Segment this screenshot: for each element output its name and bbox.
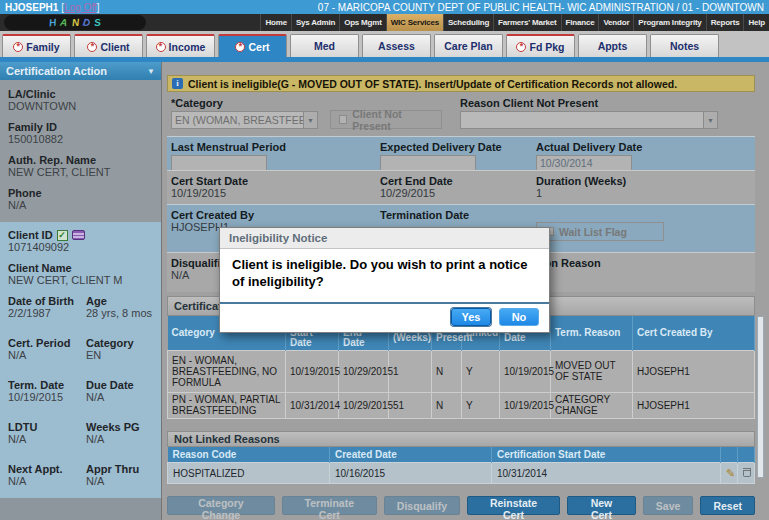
- required-flag-icon: *: [516, 42, 526, 52]
- menu-help[interactable]: Help: [743, 14, 769, 31]
- tab-client[interactable]: *Client: [74, 34, 143, 57]
- verified-check-icon: ✓: [57, 230, 68, 241]
- tab-bar: *Family *Client *Income *Cert Med Assess…: [0, 31, 769, 57]
- ebt-card-icon: [72, 230, 85, 240]
- menu-farmers-market[interactable]: Farmers' Market: [493, 14, 561, 31]
- window-title: 07 - MARICOPA COUNTY DEPT OF PUBLIC HEAL…: [318, 2, 764, 13]
- tab-assess[interactable]: Assess: [362, 34, 431, 57]
- table-scrollbar[interactable]: [757, 316, 764, 478]
- field-label: Client Name: [8, 262, 153, 274]
- tab-care-plan[interactable]: Care Plan: [434, 34, 503, 57]
- category-label: *Category: [171, 97, 321, 109]
- category-row: *Category EN (WOMAN, BREASTFEEDI ▼ Clien…: [167, 92, 755, 136]
- required-flag-icon: *: [156, 42, 166, 52]
- required-flag-icon: *: [235, 42, 245, 52]
- tab-fd-pkg[interactable]: *Fd Pkg: [506, 34, 575, 57]
- menu-program-integrity[interactable]: Program Integrity: [633, 14, 705, 31]
- table-header-row: Reason Code Created Date Certification S…: [168, 447, 755, 463]
- client-not-present-checkbox[interactable]: Client Not Present: [330, 110, 442, 129]
- field-value: DOWNTOWN: [8, 100, 153, 112]
- chevron-down-icon: ▼: [303, 111, 318, 129]
- required-flag-icon: *: [13, 42, 23, 52]
- reset-button[interactable]: Reset: [700, 496, 755, 515]
- menu-finance[interactable]: Finance: [561, 14, 599, 31]
- hands-logo: H A N D S: [4, 15, 146, 30]
- category-select[interactable]: EN (WOMAN, BREASTFEEDI ▼: [171, 111, 318, 129]
- edd-input[interactable]: [380, 155, 476, 171]
- family-info-section: LA/ClinicDOWNTOWN Family ID150010882 Aut…: [0, 80, 161, 222]
- menu-reports[interactable]: Reports: [706, 14, 744, 31]
- field-value: N/A: [8, 199, 153, 211]
- client-summary-sidebar: Certification Action ▼ LA/ClinicDOWNTOWN…: [0, 62, 162, 520]
- actual-delivery-date-input[interactable]: 10/30/2014: [536, 155, 632, 171]
- tab-family[interactable]: *Family: [2, 34, 71, 57]
- duration-value: 1: [536, 187, 755, 199]
- terminate-cert-button[interactable]: Terminate Cert: [282, 496, 377, 515]
- tab-notes[interactable]: Notes: [650, 34, 719, 57]
- dialog-button-bar: Yes No: [220, 302, 549, 332]
- cert-dates-row: Cert Start Date 10/19/2015 Cert End Date…: [167, 170, 755, 204]
- tab-income[interactable]: *Income: [146, 34, 215, 57]
- no-button[interactable]: No: [499, 308, 539, 326]
- ineligible-alert-banner: i Client is ineligible(G - MOVED OUT OF …: [167, 75, 755, 92]
- client-detail-grid: Date of Birth2/2/1987 Age28 yrs, 8 mos C…: [8, 295, 153, 496]
- menu-sys-admin[interactable]: Sys Admin: [291, 14, 339, 31]
- field-value: NEW CERT, CLIENT: [8, 166, 153, 178]
- client-info-section: Client ID ✓ 1071409092 Client NameNEW CE…: [0, 222, 161, 498]
- edit-pencil-icon[interactable]: ✎: [726, 467, 735, 479]
- field-label: Auth. Rep. Name: [8, 154, 153, 166]
- table-row: EN - WOMAN, BREASTFEEDING, NO FORMULA 10…: [168, 350, 755, 392]
- cert-end-value: 10/29/2015: [380, 187, 536, 199]
- main-menu: Home Sys Admin Ops Mgmt WIC Services Sch…: [260, 14, 769, 31]
- field-value: 150010882: [8, 133, 153, 145]
- info-icon: i: [172, 78, 183, 89]
- field-label: Client ID: [8, 229, 53, 241]
- delivery-dates-row: Last Menstrual Period Expected Delivery …: [167, 136, 755, 170]
- not-linked-reasons-header: Not Linked Reasons: [167, 431, 755, 447]
- field-value: NEW CERT, CLIENT M: [8, 274, 153, 286]
- dialog-message: Client is ineligible. Do you wish to pri…: [220, 249, 549, 291]
- ineligibility-notice-dialog: Ineligibility Notice Client is ineligibl…: [219, 227, 550, 333]
- tab-cert[interactable]: *Cert: [218, 34, 287, 57]
- reason-not-present-label: Reason Client Not Present: [460, 97, 718, 109]
- reinstate-cert-button[interactable]: Reinstate Cert: [467, 496, 560, 515]
- log-off-link[interactable]: [Log Off]: [61, 2, 99, 13]
- yes-button[interactable]: Yes: [451, 308, 491, 326]
- table-row: HOSPITALIZED 10/16/2015 10/31/2014 ✎: [168, 463, 755, 484]
- action-button-bar: Category Change Terminate Cert Disqualif…: [167, 496, 755, 520]
- chevron-down-icon: ▼: [703, 111, 718, 129]
- menu-wic-services[interactable]: WIC Services: [386, 14, 443, 31]
- category-change-button[interactable]: Category Change: [167, 496, 275, 515]
- menu-scheduling[interactable]: Scheduling: [443, 14, 493, 31]
- menu-ops-mgmt[interactable]: Ops Mgmt: [339, 14, 386, 31]
- title-bar: HJOSEPH1 [Log Off] 07 - MARICOPA COUNTY …: [0, 0, 769, 14]
- new-cert-button[interactable]: New Cert: [567, 496, 636, 515]
- lmp-input[interactable]: [171, 155, 267, 171]
- field-label: Phone: [8, 187, 153, 199]
- reason-not-present-select[interactable]: ▼: [460, 111, 718, 129]
- tab-appts[interactable]: Appts: [578, 34, 647, 57]
- menu-home[interactable]: Home: [260, 14, 290, 31]
- wait-list-flag-checkbox[interactable]: Wait List Flag: [536, 222, 664, 241]
- not-linked-reasons-table: Reason Code Created Date Certification S…: [167, 447, 755, 485]
- certification-action-dropdown[interactable]: Certification Action ▼: [0, 62, 161, 80]
- tab-med[interactable]: Med: [290, 34, 359, 57]
- app-window: HJOSEPH1 [Log Off] 07 - MARICOPA COUNTY …: [0, 0, 769, 520]
- save-button[interactable]: Save: [643, 496, 694, 515]
- chevron-down-icon: ▼: [147, 67, 155, 76]
- field-label: Family ID: [8, 121, 153, 133]
- menu-bar: H A N D S Home Sys Admin Ops Mgmt WIC Se…: [0, 14, 769, 31]
- field-label: LA/Clinic: [8, 88, 153, 100]
- required-flag-icon: *: [87, 42, 97, 52]
- table-row: PN - WOMAN, PARTIAL BREASTFEEDING 10/31/…: [168, 392, 755, 418]
- dialog-title: Ineligibility Notice: [220, 228, 549, 249]
- menu-vendor[interactable]: Vendor: [598, 14, 633, 31]
- logged-in-user: HJOSEPH1: [5, 2, 58, 13]
- cert-start-value: 10/19/2015: [171, 187, 380, 199]
- disqualify-button[interactable]: Disqualify: [384, 496, 460, 515]
- delete-trash-icon[interactable]: [743, 468, 751, 477]
- field-value: 1071409092: [8, 241, 153, 253]
